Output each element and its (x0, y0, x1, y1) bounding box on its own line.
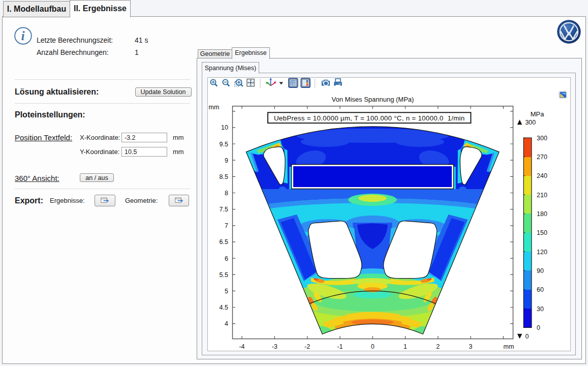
svg-text:270: 270 (537, 154, 547, 161)
svg-text:-3: -3 (272, 343, 277, 350)
svg-text:0: 0 (537, 324, 540, 331)
svg-text:UebPress = 10.0000 µm, T = 100: UebPress = 10.0000 µm, T = 100.000 °C, n… (274, 114, 465, 122)
svg-text:90: 90 (537, 267, 544, 274)
svg-text:5: 5 (225, 288, 228, 295)
svg-text:6.5: 6.5 (220, 238, 228, 246)
svg-text:4.5: 4.5 (220, 304, 228, 311)
svg-text:0: 0 (525, 333, 529, 340)
svg-text:10: 10 (221, 124, 228, 131)
svg-text:8: 8 (225, 190, 228, 197)
svg-text:4: 4 (225, 320, 228, 327)
svg-text:3: 3 (469, 343, 473, 350)
svg-text:9: 9 (225, 157, 228, 164)
svg-text:6: 6 (225, 255, 228, 262)
svg-text:-2: -2 (304, 343, 310, 350)
svg-text:150: 150 (537, 229, 547, 236)
svg-text:300: 300 (525, 119, 536, 126)
svg-text:mm: mm (209, 104, 220, 111)
svg-text:0: 0 (371, 343, 375, 350)
svg-text:-1: -1 (337, 343, 343, 350)
svg-text:i: i (21, 28, 25, 43)
svg-text:300: 300 (537, 135, 547, 142)
svg-text:60: 60 (537, 286, 544, 293)
svg-text:-4: -4 (239, 343, 244, 350)
svg-text:2: 2 (436, 343, 440, 350)
svg-text:8.5: 8.5 (220, 173, 228, 180)
svg-text:7.5: 7.5 (220, 206, 228, 213)
svg-text:7: 7 (225, 222, 228, 229)
svg-text:Von Mises Spannung (MPa): Von Mises Spannung (MPa) (332, 96, 414, 103)
svg-text:180: 180 (537, 210, 547, 218)
svg-text:MPa: MPa (531, 110, 545, 118)
svg-text:9.5: 9.5 (220, 141, 228, 148)
svg-text:120: 120 (537, 249, 547, 256)
svg-text:30: 30 (537, 306, 544, 313)
svg-text:5.5: 5.5 (220, 271, 228, 279)
svg-text:1: 1 (404, 343, 407, 350)
svg-text:210: 210 (537, 192, 547, 199)
svg-text:mm: mm (504, 343, 514, 350)
svg-text:240: 240 (537, 172, 547, 179)
